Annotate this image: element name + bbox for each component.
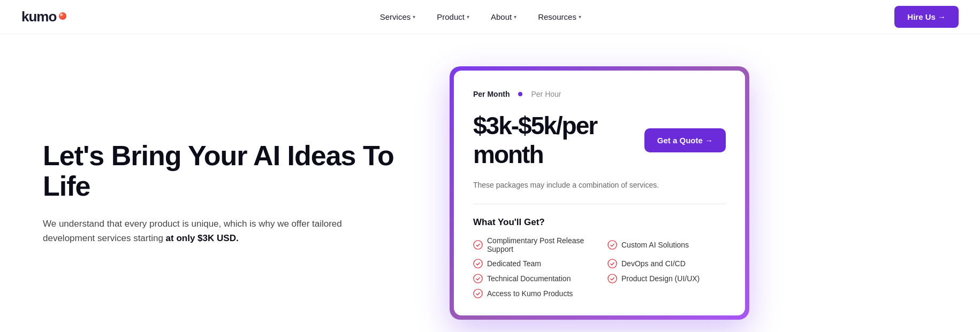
feature-item: Dedicated Team — [473, 259, 591, 268]
nav-item-services[interactable]: Services ▾ — [371, 8, 424, 26]
svg-point-5 — [608, 274, 617, 283]
tab-dot-icon — [518, 92, 522, 96]
hero-section: Let's Bring Your AI Ideas To Life We und… — [43, 141, 417, 246]
check-circle-icon — [473, 259, 483, 268]
price-display: $3k-$5k/per month — [473, 111, 644, 169]
card-description: These packages may include a combination… — [473, 180, 726, 191]
features-grid: Complimentary Post Release Support Custo… — [473, 236, 726, 298]
feature-label: Dedicated Team — [487, 259, 541, 268]
header: kumo Services ▾ Product ▾ About ▾ Resour… — [0, 0, 980, 34]
card-divider — [473, 204, 726, 204]
svg-point-0 — [474, 241, 482, 249]
feature-item: Product Design (UI/UX) — [607, 274, 726, 283]
svg-point-4 — [474, 274, 482, 283]
nav-item-resources[interactable]: Resources ▾ — [529, 8, 590, 26]
tab-per-hour[interactable]: Per Hour — [531, 88, 561, 101]
check-circle-icon — [473, 240, 483, 250]
check-circle-icon — [607, 259, 617, 268]
logo-dot-icon — [59, 12, 66, 20]
svg-point-1 — [608, 241, 617, 249]
nav-about-label: About — [491, 12, 512, 21]
nav-product-label: Product — [437, 12, 465, 21]
check-circle-icon — [473, 289, 483, 298]
svg-point-6 — [474, 289, 482, 298]
what-you-get-title: What You'll Get? — [473, 217, 726, 228]
hero-subtitle: We understand that every product is uniq… — [43, 217, 353, 245]
logo-text: kumo — [21, 9, 56, 25]
nav-services-label: Services — [380, 12, 411, 21]
tab-row: Per Month Per Hour — [473, 88, 726, 101]
get-quote-button[interactable]: Get a Quote → — [644, 128, 726, 152]
main-nav: Services ▾ Product ▾ About ▾ Resources ▾ — [371, 8, 590, 26]
main-content: Let's Bring Your AI Ideas To Life We und… — [0, 34, 980, 332]
chevron-down-icon: ▾ — [413, 14, 415, 20]
nav-item-product[interactable]: Product ▾ — [428, 8, 478, 26]
feature-item: Complimentary Post Release Support — [473, 236, 591, 253]
tab-per-month[interactable]: Per Month — [473, 88, 510, 101]
nav-item-about[interactable]: About ▾ — [482, 8, 525, 26]
chevron-down-icon: ▾ — [467, 14, 469, 20]
feature-label: Access to Kumo Products — [487, 289, 573, 298]
feature-label: Product Design (UI/UX) — [621, 274, 700, 283]
feature-item: Custom AI Solutions — [607, 236, 726, 253]
nav-resources-label: Resources — [538, 12, 576, 21]
hire-us-button[interactable]: Hire Us → — [894, 6, 959, 28]
feature-item: DevOps and CI/CD — [607, 259, 726, 268]
check-circle-icon — [607, 274, 617, 283]
feature-label: Technical Documentation — [487, 274, 571, 283]
feature-label: Custom AI Solutions — [621, 241, 689, 249]
price-row: $3k-$5k/per month Get a Quote → — [473, 111, 726, 169]
chevron-down-icon: ▾ — [514, 14, 516, 20]
feature-label: Complimentary Post Release Support — [487, 236, 591, 253]
pricing-card-wrapper: Per Month Per Hour $3k-$5k/per month Get… — [450, 66, 749, 320]
chevron-down-icon: ▾ — [579, 14, 581, 20]
feature-label: DevOps and CI/CD — [621, 259, 686, 268]
price-value: $3k-$5k — [473, 112, 556, 140]
svg-point-2 — [474, 259, 482, 268]
hero-subtitle-bold: at only $3K USD. — [166, 233, 239, 243]
svg-point-3 — [608, 259, 617, 268]
feature-item: Access to Kumo Products — [473, 289, 591, 298]
pricing-card: Per Month Per Hour $3k-$5k/per month Get… — [454, 71, 745, 315]
check-circle-icon — [607, 240, 617, 250]
check-circle-icon — [473, 274, 483, 283]
logo[interactable]: kumo — [21, 9, 66, 25]
feature-item: Technical Documentation — [473, 274, 591, 283]
hero-title: Let's Bring Your AI Ideas To Life — [43, 141, 417, 202]
